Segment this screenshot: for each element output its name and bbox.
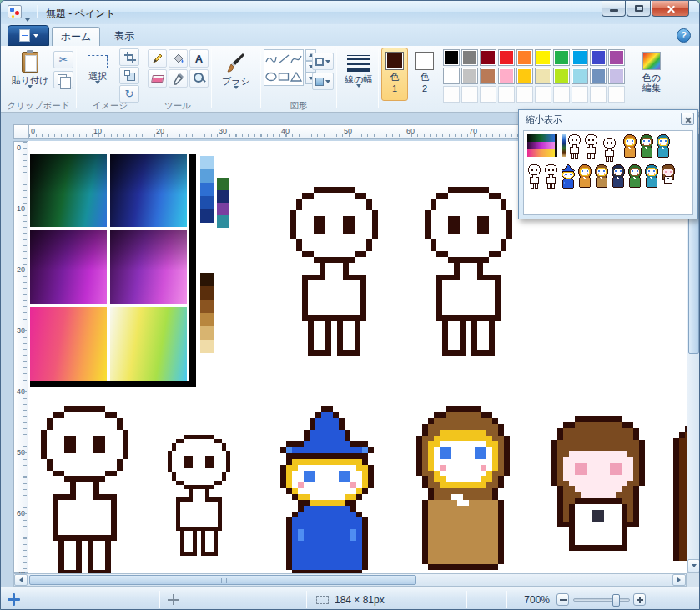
text-tool[interactable]: A — [189, 49, 209, 68]
status-separator — [506, 591, 507, 608]
shape-curve-icon[interactable] — [290, 50, 302, 68]
shape-scribble-icon[interactable] — [264, 50, 277, 68]
eraser-tool[interactable] — [148, 69, 167, 88]
tab-view-label: 表示 — [114, 30, 134, 42]
sprite-greenrobe — [627, 164, 642, 189]
minimize-button[interactable] — [602, 1, 626, 17]
maximize-button[interactable] — [627, 1, 651, 17]
zoom-slider[interactable] — [573, 598, 630, 602]
palette-empty-slot[interactable] — [443, 86, 460, 103]
palette-empty-slot[interactable] — [498, 86, 515, 103]
sprite-base — [567, 134, 582, 159]
select-button[interactable]: 選択 — [79, 48, 116, 101]
window-controls — [601, 1, 689, 17]
color1-button[interactable]: 色 1 — [381, 48, 408, 101]
group-brushes: ブラシ — [213, 46, 259, 113]
paste-button[interactable]: 貼り付け — [9, 48, 51, 101]
titlebar[interactable]: 無題 - ペイント — [1, 1, 699, 24]
group-shapes: 図形 — [262, 46, 335, 113]
tab-home[interactable]: ホーム — [52, 27, 100, 46]
cut-button[interactable]: ✂ — [53, 51, 73, 68]
paint-app-icon[interactable] — [8, 5, 22, 18]
thumbnail-view — [523, 130, 693, 215]
palette-color[interactable] — [480, 68, 496, 84]
shape-line-icon[interactable] — [277, 50, 290, 68]
sprite-base — [285, 187, 390, 362]
palette-color[interactable] — [553, 49, 570, 66]
pencil-tool[interactable] — [148, 49, 167, 68]
color1-label-line2: 1 — [392, 83, 397, 93]
palette-empty-slot[interactable] — [590, 86, 607, 103]
group-separator — [211, 49, 212, 108]
copy-icon — [58, 74, 67, 85]
palette-color[interactable] — [572, 68, 588, 84]
palette-color[interactable] — [590, 49, 607, 66]
palette-empty-slot[interactable] — [553, 86, 570, 103]
palette-color[interactable] — [498, 49, 515, 66]
zoom-slider-handle[interactable] — [612, 594, 620, 607]
fill-tool[interactable] — [169, 49, 188, 68]
crop-button[interactable] — [119, 48, 139, 66]
scroll-left-button[interactable] — [14, 574, 28, 586]
palette-color[interactable] — [590, 68, 607, 84]
pan-icon — [8, 593, 20, 606]
help-button[interactable]: ? — [677, 28, 691, 43]
quick-access-dropdown[interactable] — [25, 10, 30, 25]
shape-outline-button[interactable] — [312, 53, 334, 70]
palette-color[interactable] — [443, 68, 460, 84]
palette-color[interactable] — [461, 68, 478, 84]
shape-fill-button[interactable] — [312, 73, 334, 90]
canvas-swatch — [217, 190, 229, 203]
shapes-gallery[interactable] — [264, 49, 304, 86]
sprite-sliver — [673, 421, 687, 561]
thumbnail-close-button[interactable] — [681, 113, 694, 125]
palette-color[interactable] — [443, 49, 460, 66]
ribbon-tab-row: ホーム 表示 ? — [1, 24, 699, 46]
shape-oval-icon[interactable] — [264, 68, 277, 85]
palette-color[interactable] — [572, 49, 588, 66]
sprite-hood — [410, 406, 516, 573]
sprite-base — [584, 134, 599, 159]
palette-color[interactable] — [461, 49, 478, 66]
minimize-icon — [610, 9, 618, 12]
tab-view[interactable]: 表示 — [101, 27, 148, 46]
shape-rectangle-icon[interactable] — [277, 68, 290, 85]
gradient-square — [110, 307, 187, 381]
zoom-out-button[interactable] — [556, 593, 569, 606]
paint-menu-button[interactable] — [8, 25, 49, 46]
shape-triangle-icon[interactable] — [290, 68, 302, 85]
palette-color[interactable] — [553, 68, 570, 84]
resize-button[interactable] — [119, 67, 139, 84]
palette-empty-slot[interactable] — [608, 86, 625, 103]
color-picker-tool[interactable] — [169, 69, 188, 88]
resize-icon — [124, 70, 135, 81]
color2-button[interactable]: 色 2 — [411, 48, 438, 101]
close-button[interactable] — [652, 1, 689, 17]
gradient-square — [30, 230, 107, 304]
palette-color[interactable] — [480, 49, 496, 66]
palette-color[interactable] — [498, 68, 515, 84]
palette-color[interactable] — [608, 49, 625, 66]
palette-color[interactable] — [535, 49, 551, 66]
palette-empty-slot[interactable] — [516, 86, 533, 103]
palette-empty-slot[interactable] — [535, 86, 551, 103]
horizontal-scrollbar[interactable] — [13, 573, 687, 587]
palette-empty-slot[interactable] — [572, 86, 588, 103]
line-width-button[interactable]: 線の幅 — [339, 48, 379, 101]
brushes-button[interactable]: ブラシ — [215, 48, 257, 101]
copy-button[interactable] — [53, 71, 73, 88]
palette-color[interactable] — [516, 68, 533, 84]
palette-empty-slot[interactable] — [480, 86, 496, 103]
horizontal-scroll-thumb[interactable] — [29, 575, 416, 585]
thumbnail-window[interactable]: 縮小表示 — [518, 109, 698, 219]
palette-empty-slot[interactable] — [461, 86, 478, 103]
palette-color[interactable] — [516, 49, 533, 66]
scroll-down-button[interactable] — [687, 559, 700, 572]
palette-color[interactable] — [535, 68, 551, 84]
magnifier-tool[interactable] — [189, 69, 209, 88]
edit-colors-button[interactable]: 色の 編集 — [632, 48, 672, 101]
zoom-in-button[interactable] — [633, 593, 646, 606]
plus-icon-v — [639, 597, 641, 603]
scroll-right-button[interactable] — [672, 574, 686, 586]
palette-color[interactable] — [608, 68, 625, 84]
